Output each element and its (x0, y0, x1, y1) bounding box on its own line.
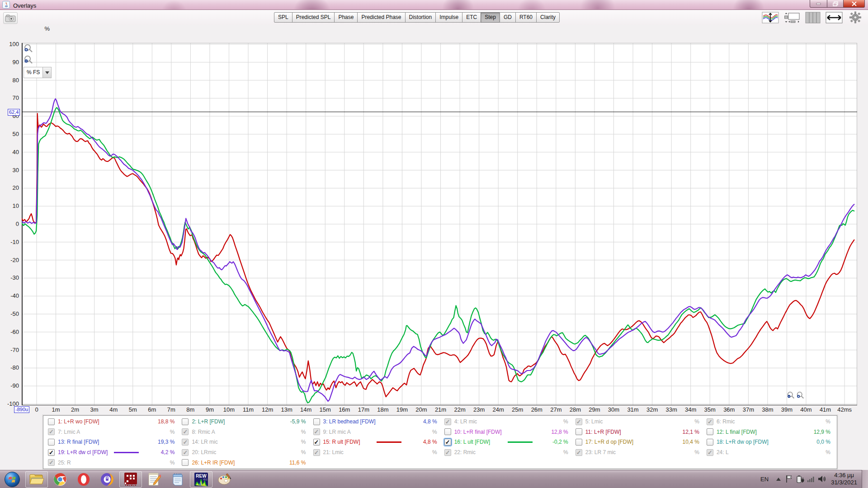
tab-rt60[interactable]: RT60 (515, 12, 537, 23)
tab-predicted-spl[interactable]: Predicted SPL (292, 12, 335, 23)
legend-checkbox-5[interactable]: ✓ (576, 418, 582, 425)
window-titlebar[interactable]: Overlays (0, 0, 868, 10)
legend-label-19[interactable]: 19: L+R dw cl [FDW] (58, 449, 108, 455)
legend-label-5[interactable]: 5: Lmic (585, 418, 603, 425)
taskbar-notepad-pencil[interactable] (143, 471, 165, 488)
legend-checkbox-26[interactable] (182, 459, 189, 466)
legend-label-1[interactable]: 1: L+R wo [FDW] (58, 418, 99, 425)
legend-checkbox-24[interactable]: ✓ (707, 449, 713, 456)
zoom-in-y-icon[interactable] (24, 44, 33, 56)
legend-label-22[interactable]: 22: Rmic (454, 449, 476, 455)
taskbar-blue-notepad[interactable] (166, 471, 189, 488)
tab-gd[interactable]: GD (500, 12, 516, 23)
legend-checkbox-12[interactable] (707, 428, 713, 435)
taskbar-avast-browser[interactable] (96, 471, 118, 488)
zoom-in-x-icon[interactable] (796, 391, 805, 402)
legend-checkbox-10[interactable] (444, 428, 451, 435)
x-tick-label: 32m (642, 406, 662, 413)
legend-checkbox-8[interactable]: ✓ (182, 428, 189, 435)
legend-checkbox-4[interactable]: ✓ (444, 418, 451, 425)
legend-label-15[interactable]: 15: R ult [FDW] (323, 439, 360, 445)
axis-limits-icon[interactable] (783, 11, 801, 23)
legend-label-18[interactable]: 18: L+R dw op [FDW] (717, 439, 769, 445)
legend-label-11[interactable]: 11: L+R [FDW] (585, 429, 621, 435)
legend-checkbox-23[interactable]: ✓ (576, 449, 582, 456)
legend-checkbox-14[interactable]: ✓ (182, 439, 189, 446)
legend-label-26[interactable]: 26: L+R IR [FDW] (192, 460, 235, 466)
tab-clarity[interactable]: Clarity (536, 12, 560, 23)
tab-step[interactable]: Step (481, 12, 500, 23)
legend-checkbox-21[interactable]: ✓ (313, 449, 320, 456)
legend-checkbox-9[interactable]: ✓ (313, 428, 320, 435)
legend-checkbox-16[interactable]: ✓ (444, 439, 451, 446)
legend-label-12[interactable]: 12: L final [FDW] (717, 429, 757, 435)
legend-checkbox-22[interactable]: ✓ (444, 449, 451, 456)
action-center-flag-icon[interactable] (784, 475, 795, 483)
legend-label-4[interactable]: 4: LR mic (454, 418, 477, 425)
network-signal-icon[interactable] (806, 475, 816, 483)
legend-checkbox-11[interactable] (576, 428, 582, 435)
trace-offset-icon[interactable] (761, 11, 779, 23)
legend-checkbox-25[interactable]: ✓ (48, 459, 55, 466)
legend-label-17[interactable]: 17: L+R d op [FDW] (585, 439, 633, 445)
taskbar-rew[interactable]: REW V5.1 (190, 471, 212, 488)
language-indicator[interactable]: EN (756, 476, 773, 483)
legend-label-16[interactable]: 16: L ult [FDW] (454, 439, 491, 445)
legend-checkbox-3[interactable] (313, 418, 320, 425)
taskbar-paint[interactable] (213, 471, 236, 488)
legend-checkbox-7[interactable]: ✓ (48, 428, 55, 435)
legend-label-7[interactable]: 7: Lmic A (58, 429, 80, 435)
legend-checkbox-17[interactable] (576, 439, 582, 446)
legend-checkbox-15[interactable]: ✓ (313, 439, 320, 446)
battery-icon[interactable] (795, 475, 806, 483)
minimize-button[interactable] (810, 0, 827, 8)
step-response-plot[interactable] (22, 43, 857, 405)
legend-label-10[interactable]: 10: L+R final [FDW] (454, 429, 502, 435)
taskbar-opera[interactable] (72, 471, 95, 488)
grid-columns-icon[interactable] (804, 11, 822, 23)
legend-label-9[interactable]: 9: LR mic A (323, 429, 351, 435)
hidden-icons-chevron[interactable] (773, 478, 784, 481)
legend-label-24[interactable]: 24: L (717, 449, 729, 455)
legend-label-8[interactable]: 8: Rmic A (192, 429, 215, 435)
zoom-out-x-icon[interactable] (787, 391, 795, 402)
tab-predicted-phase[interactable]: Predicted Phase (357, 12, 405, 23)
dropdown-arrow-icon[interactable] (42, 67, 51, 78)
legend-label-13[interactable]: 13: R final [FDW] (58, 439, 99, 445)
legend-label-3[interactable]: 3: LR bedhead [FDW] (323, 418, 376, 425)
close-button[interactable] (843, 0, 865, 8)
restore-button[interactable] (827, 0, 844, 8)
zoom-out-y-icon[interactable] (24, 55, 33, 67)
capture-button[interactable] (3, 12, 18, 24)
y-unit-selector[interactable]: % FS (24, 67, 52, 78)
legend-label-14[interactable]: 14: LR mic (192, 439, 217, 445)
legend-label-21[interactable]: 21: Lmic (323, 449, 344, 455)
taskbar-chrome[interactable] (49, 471, 71, 488)
legend-checkbox-2[interactable] (182, 418, 189, 425)
legend-label-23[interactable]: 23: LR 7 mic (585, 449, 616, 455)
legend-label-2[interactable]: 2: L+R [FDW] (192, 418, 225, 425)
settings-gear-icon[interactable] (846, 11, 864, 23)
legend-label-25[interactable]: 25: R (58, 460, 71, 466)
tab-distortion[interactable]: Distortion (405, 12, 436, 23)
clock[interactable]: 4:36 μμ 31/3/2021 (827, 472, 862, 486)
show-desktop-button[interactable] (862, 470, 868, 488)
taskbar-explorer[interactable] (25, 471, 48, 488)
legend-checkbox-18[interactable] (707, 439, 713, 446)
legend-checkbox-1[interactable] (48, 418, 55, 425)
tab-impulse[interactable]: Impulse (435, 12, 462, 23)
legend-checkbox-13[interactable] (48, 439, 55, 446)
volume-icon[interactable] (816, 475, 827, 483)
taskbar-red-grid-app[interactable] (119, 471, 142, 488)
tab-etc[interactable]: ETC (462, 12, 481, 23)
legend-checkbox-20[interactable]: ✓ (182, 449, 189, 456)
legend-label-6[interactable]: 6: Rmic (717, 418, 735, 425)
cursor-x-value: -890u (14, 406, 29, 413)
tab-phase[interactable]: Phase (334, 12, 358, 23)
legend-checkbox-6[interactable]: ✓ (707, 418, 713, 425)
tab-spl[interactable]: SPL (274, 12, 292, 23)
legend-checkbox-19[interactable]: ✓ (48, 449, 55, 456)
fit-width-icon[interactable] (825, 11, 843, 23)
legend-label-20[interactable]: 20: LRmic (192, 449, 216, 455)
start-button[interactable] (1, 471, 23, 488)
